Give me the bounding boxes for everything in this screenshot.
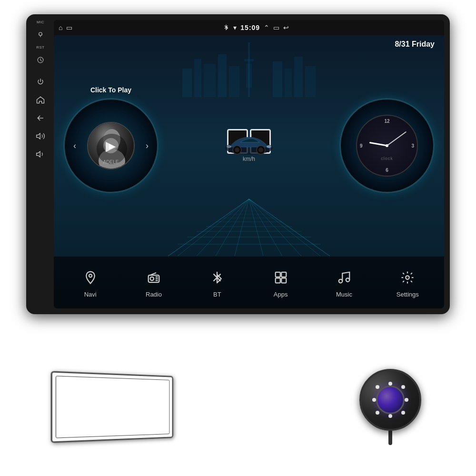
camera-leds [365,375,416,425]
svg-rect-6 [218,54,227,97]
next-button[interactable]: › [146,141,149,151]
side-buttons-panel: MIC RST [26,14,55,314]
clock-label: clock [381,156,393,161]
led-bottom [388,414,392,418]
nav-label-bt: BT [213,291,221,298]
svg-rect-51 [281,272,286,277]
power-button[interactable] [33,74,48,89]
svg-rect-10 [294,57,303,97]
svg-rect-4 [194,59,201,97]
nav-label-apps: Apps [274,291,288,298]
svg-rect-8 [273,61,282,97]
gauges-section: Click To Play ‹ [54,35,444,256]
rst-label: RST [36,45,45,50]
music-gauge[interactable]: Click To Play ‹ [63,98,159,193]
clock-minute-hand [387,131,407,146]
clock-num-3: 3 [411,143,414,149]
svg-rect-50 [275,272,280,277]
car-image [220,129,278,158]
svg-line-18 [197,199,249,256]
album-art[interactable]: ▶ ADELE [87,122,135,169]
svg-point-55 [346,278,350,282]
rst-button[interactable] [33,52,48,68]
bluetooth-status-icon [223,24,229,32]
svg-point-56 [406,276,410,279]
mounting-frame [51,371,174,443]
signal-status-icon: ▾ [233,24,237,31]
svg-line-21 [249,199,263,256]
clock-hour-hand [369,142,387,147]
accessories-section [26,352,450,462]
svg-line-22 [249,199,282,256]
nav-item-radio[interactable]: Radio [135,267,173,298]
back-status-icon: ↩ [283,24,289,31]
status-left: ⌂ ▭ [59,24,72,31]
speed-center: km/h [227,129,271,162]
svg-point-54 [339,279,343,283]
click-to-play-label: Click To Play [90,86,131,94]
screen-content: Click To Play ‹ [54,35,444,308]
clock-num-12: 12 [384,119,389,124]
svg-rect-14 [246,64,252,88]
music-icon [334,267,355,288]
screen-bezel: ⌂ ▭ ▾ 15:09 ⌃ ▭ ↩ [54,20,444,308]
svg-rect-11 [305,66,316,97]
mic-label: MIC [37,20,44,24]
svg-rect-9 [285,69,292,97]
svg-point-38 [235,148,239,152]
album-face [88,123,134,169]
svg-rect-3 [182,69,192,97]
svg-point-40 [258,148,263,152]
prev-button[interactable]: ‹ [73,141,76,151]
svg-point-41 [267,145,271,148]
svg-rect-5 [204,64,216,97]
svg-rect-7 [229,66,239,97]
nav-label-navi: Navi [84,291,97,298]
led-right [405,398,408,402]
nav-bar: Navi Radio [54,256,444,308]
svg-line-16 [249,199,330,256]
settings-icon [397,267,418,288]
back-button[interactable] [33,110,48,126]
led-tl [376,385,379,389]
volume-down-button[interactable] [33,147,48,162]
nav-item-navi[interactable]: Navi [71,267,109,298]
nav-item-settings[interactable]: Settings [388,267,426,298]
svg-line-17 [178,199,249,256]
svg-point-34 [99,149,125,169]
nav-label-radio: Radio [146,291,162,298]
mic-button[interactable] [33,27,48,42]
svg-point-44 [89,274,92,277]
radio-icon [143,267,164,288]
status-bar: ⌂ ▭ ▾ 15:09 ⌃ ▭ ↩ [54,20,444,35]
svg-rect-53 [281,278,286,283]
svg-line-19 [216,199,249,256]
album-artist-label: ADELE [103,159,119,165]
svg-point-46 [150,277,154,281]
svg-line-23 [249,199,301,256]
led-br [401,411,405,415]
nav-item-music[interactable]: Music [325,267,363,298]
led-left [372,398,376,402]
nav-item-bt[interactable]: BT [198,267,236,298]
svg-rect-13 [244,59,254,61]
svg-rect-12 [248,42,250,97]
clock-gauge: 12 3 6 9 clock [339,98,435,193]
nav-label-music: Music [336,291,352,298]
nav-label-settings: Settings [397,291,419,298]
camera-cable [388,431,392,445]
home-button[interactable] [33,92,48,108]
clock-num-6: 6 [386,168,388,173]
head-unit: MIC RST [26,14,450,314]
led-tr [401,385,405,389]
status-time: 15:09 [240,24,260,31]
led-bl [376,411,379,415]
perspective-grid [168,161,330,256]
location-icon [80,267,101,288]
volume-up-button[interactable] [33,129,48,144]
svg-line-24 [249,199,320,256]
clock-center-dot [386,144,388,147]
nav-item-apps[interactable]: Apps [262,267,300,298]
camera-assembly [359,369,421,445]
svg-point-35 [97,134,127,164]
